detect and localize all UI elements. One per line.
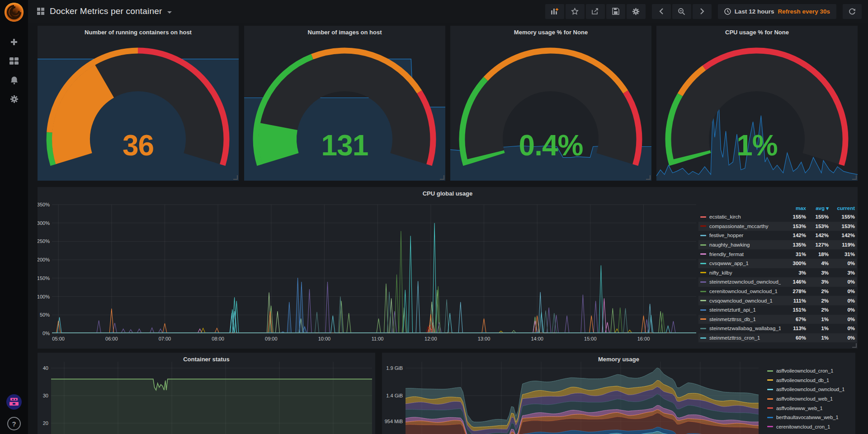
svg-text:09:00: 09:00 [265, 336, 278, 341]
series-current: 0% [829, 307, 855, 313]
series-color-dash [700, 309, 706, 311]
series-color-dash [700, 281, 706, 283]
legend-row[interactable]: steinmetzttrss_db_167%1%0% [698, 315, 857, 324]
legend-item[interactable]: asffvoileowncloud_db_1 [767, 376, 853, 385]
resize-handle[interactable] [440, 175, 444, 180]
dashboards-grid-icon[interactable] [7, 55, 21, 67]
resize-handle[interactable] [233, 175, 238, 180]
series-current: 153% [829, 224, 855, 229]
grafana-logo-icon[interactable] [3, 1, 25, 23]
svg-text:05:00: 05:00 [52, 336, 65, 341]
series-color-dash [700, 318, 706, 320]
legend-row[interactable]: ecstatic_kirch155%155%155% [698, 212, 857, 222]
legend-item[interactable]: asffvoileowncloud_owncloud_1 [767, 385, 853, 394]
help-icon[interactable]: ? [7, 417, 21, 430]
series-max: 113% [781, 326, 806, 331]
series-color-dash [767, 417, 773, 418]
dashboard-settings-button[interactable] [627, 4, 646, 19]
series-avg: 2% [806, 289, 829, 294]
dashboard-title[interactable]: Docker Metrics per container [50, 6, 162, 16]
legend-col-current[interactable]: current [829, 205, 855, 211]
series-avg: 18% [806, 252, 829, 257]
svg-text:10:00: 10:00 [318, 336, 331, 341]
series-current: 0% [829, 335, 855, 341]
series-color-dash [767, 398, 773, 400]
panel-title[interactable]: Number of running containers on host [38, 26, 239, 36]
resize-handle[interactable] [852, 175, 857, 180]
series-max: 67% [781, 317, 806, 322]
series-max: 146% [781, 279, 806, 285]
resize-handle[interactable] [852, 343, 857, 348]
series-color-dash [700, 337, 706, 339]
panel-title[interactable]: Container status [38, 353, 375, 363]
legend-row[interactable]: compassionate_mccarthy153%153%153% [698, 222, 857, 231]
dashboard-squares-icon[interactable] [37, 8, 44, 15]
series-name: cvsqowncloud_owncloud_1 [709, 298, 781, 303]
settings-gear-icon[interactable] [7, 93, 21, 105]
panel-title[interactable]: Memory usage [382, 353, 855, 363]
series-color-dash [700, 244, 706, 246]
alerting-bell-icon[interactable] [7, 74, 21, 86]
legend-row[interactable]: nifty_kilby3%3%3% [698, 268, 857, 278]
series-avg: 3% [806, 279, 829, 285]
svg-text:350%: 350% [38, 202, 50, 207]
time-picker[interactable]: Last 12 hours Refresh every 30s [718, 4, 836, 19]
series-color-dash [767, 389, 773, 390]
series-max: 60% [781, 335, 806, 341]
svg-text:07:00: 07:00 [159, 336, 171, 341]
svg-text:08:00: 08:00 [212, 336, 224, 341]
legend-row[interactable]: festive_hopper142%142%142% [698, 231, 857, 240]
share-button[interactable] [586, 4, 605, 19]
zoom-out-button[interactable] [672, 4, 691, 19]
panel-cpu-usage-pct: CPU usage % for None 1% [656, 26, 858, 181]
series-max: 155% [781, 214, 806, 219]
legend-item[interactable]: cerenitowncloud_cron_1 [767, 422, 853, 432]
sidebar: ? [0, 0, 28, 434]
svg-text:150%: 150% [38, 275, 50, 281]
series-current: 0% [829, 261, 855, 266]
legend-item[interactable]: berthaultavocatwww_web_1 [767, 413, 853, 422]
legend-col-avg[interactable]: avg ▾ [806, 205, 829, 211]
legend-row[interactable]: friendly_fermat31%18%31% [698, 249, 857, 259]
series-avg: 2% [806, 307, 829, 313]
series-name: asffvoileowncloud_cron_1 [776, 368, 833, 373]
panel-title[interactable]: Number of images on host [244, 26, 445, 36]
panel-title[interactable]: CPU global usage [38, 187, 858, 197]
panel-title[interactable]: CPU usage % for None [656, 26, 858, 36]
resize-handle[interactable] [646, 175, 651, 180]
legend-col-max[interactable]: max [781, 205, 806, 211]
caret-down-icon[interactable] [167, 11, 172, 14]
series-color-dash [767, 370, 773, 372]
panel-container-status: Container status 403020 [38, 353, 375, 434]
legend-row[interactable]: steinmetzturtl_api_1151%2%0% [698, 305, 857, 315]
user-avatar[interactable] [6, 394, 22, 410]
series-max: 300% [781, 261, 806, 266]
legend-item[interactable]: asffvoileowncloud_cron_1 [767, 366, 853, 376]
legend-row[interactable]: cvsqowncloud_owncloud_1111%2%0% [698, 296, 857, 305]
legend-row[interactable]: cvsqwww_app_1300%4%0% [698, 259, 857, 268]
series-color-dash [700, 225, 706, 227]
legend-row[interactable]: steinmetzowncloud_owncloud_1146%3%0% [698, 277, 857, 287]
series-color-dash [700, 328, 706, 329]
refresh-button[interactable] [843, 4, 862, 19]
time-forward-button[interactable] [693, 4, 712, 19]
series-color-dash [700, 216, 706, 218]
series-name: asffvoileowncloud_web_1 [776, 396, 833, 401]
time-back-button[interactable] [652, 4, 671, 19]
series-name: steinmetzturtl_api_1 [709, 307, 781, 313]
add-panel-button[interactable] [545, 4, 564, 19]
legend-item[interactable]: asffvoilewww_web_1 [767, 403, 853, 413]
legend-row[interactable]: steinmetzwallabag_wallabag_1113%1%0% [698, 324, 857, 333]
legend-row[interactable]: steinmetzttrss_cron_160%1%0% [698, 333, 857, 343]
create-plus-icon[interactable] [7, 36, 21, 48]
svg-text:06:00: 06:00 [105, 336, 118, 341]
panel-title[interactable]: Memory usage % for None [450, 26, 651, 36]
legend-row[interactable]: naughty_hawking135%127%119% [698, 240, 857, 250]
legend-row[interactable]: cerenitowncloud_owncloud_1278%2%0% [698, 287, 857, 296]
container-status-chart[interactable]: 403020 [38, 353, 375, 434]
series-current: 31% [829, 252, 855, 257]
legend-item[interactable]: asffvoileowncloud_web_1 [767, 394, 853, 404]
save-button[interactable] [606, 4, 625, 19]
star-button[interactable] [566, 4, 585, 19]
memory-legend: asffvoileowncloud_cron_1asffvoileownclou… [767, 366, 853, 431]
